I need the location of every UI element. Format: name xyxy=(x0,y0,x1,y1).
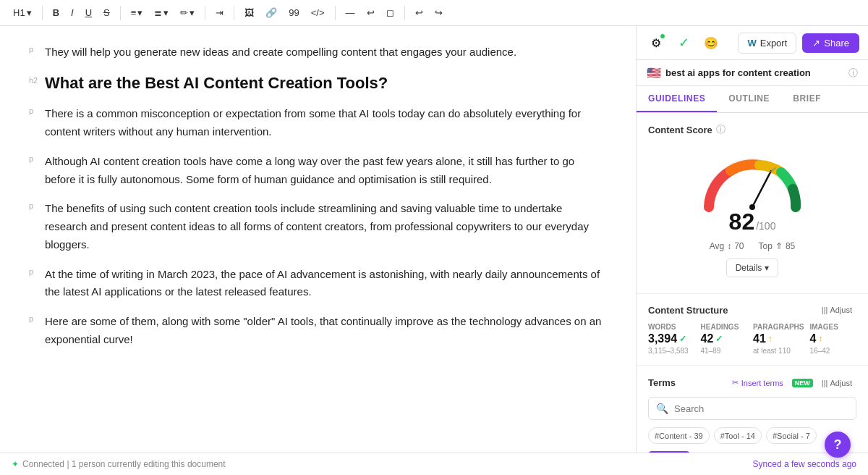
headings-label: HEADINGS xyxy=(701,323,748,331)
bars-icon2: ||| xyxy=(822,379,828,387)
words-label: WORDS xyxy=(648,323,695,331)
gauge-stats: Avg ↕ 70 Top ⇑ 85 xyxy=(710,241,796,251)
terms-adjust-label: Adjust xyxy=(830,379,852,387)
code-button[interactable]: </> xyxy=(307,4,329,21)
align-icon: ≡ xyxy=(131,7,137,18)
tag-pill-social[interactable]: #Social - 7 xyxy=(766,427,817,444)
status-bar: ✦ Connected | 1 person currently editing… xyxy=(0,453,868,475)
help-button[interactable]: ? xyxy=(825,432,851,458)
sidebar-tabs: GUIDELINES OUTLINE BRIEF xyxy=(637,86,868,113)
structure-grid: WORDS 3,394 ✓ 3,115–3,583 HEADINGS 42 ✓ xyxy=(648,323,856,355)
toolbar-sep-3 xyxy=(205,6,205,20)
tag-pill-content[interactable]: #Content - 39 xyxy=(648,427,710,444)
words-item: WORDS 3,394 ✓ 3,115–3,583 xyxy=(648,323,695,355)
sidebar: ⚙ ✓ 😊 W Export ↗ Share xyxy=(637,26,868,453)
content-score-section: Content Score ⓘ xyxy=(637,113,868,294)
main-area: p They will help you generate new ideas … xyxy=(0,26,868,453)
emoji-button[interactable]: 😊 xyxy=(700,32,722,54)
heading-label: H1 xyxy=(13,7,25,18)
terms-title: Terms xyxy=(648,377,676,388)
heading-1: h2 What are the Best AI Content Creation… xyxy=(29,73,607,94)
images-value: 4 ↑ xyxy=(809,332,856,345)
settings-button[interactable]: ⚙ xyxy=(645,32,667,54)
italic-button[interactable]: I xyxy=(67,4,78,21)
content-score-title: Content Score xyxy=(648,125,712,135)
bold-button[interactable]: B xyxy=(48,4,64,21)
keyword-text: best ai apps for content creation xyxy=(665,67,844,78)
quote-icon: 99 xyxy=(289,7,299,18)
paragraphs-up: ↑ xyxy=(768,334,773,344)
top-stat: Top ⇑ 85 xyxy=(759,241,796,251)
tag-text-tool: #Tool - 14 xyxy=(720,432,755,440)
redo-button[interactable]: ↪ xyxy=(430,4,447,21)
highlight-icon: ✏ xyxy=(180,7,188,18)
share-label: Share xyxy=(824,38,849,49)
para-label-2: p xyxy=(29,105,39,115)
tab-brief[interactable]: BRIEF xyxy=(781,86,833,112)
search-input[interactable] xyxy=(674,403,848,414)
terms-adjust-button[interactable]: ||| Adjust xyxy=(817,377,856,389)
images-up: ↑ xyxy=(818,334,822,344)
sidebar-topbar: ⚙ ✓ 😊 W Export ↗ Share xyxy=(637,26,868,60)
para-text-4: The benefits of using such content creat… xyxy=(45,200,607,253)
chevron-down-icon5: ▾ xyxy=(765,263,769,273)
redo-icon: ↪ xyxy=(435,7,443,18)
para-label-5: p xyxy=(29,266,39,276)
share-button[interactable]: ↗ Share xyxy=(802,33,859,53)
content-score-info[interactable]: ⓘ xyxy=(716,123,726,136)
structure-adjust-button[interactable]: ||| Adjust xyxy=(817,304,856,316)
export-label: Export xyxy=(760,38,788,49)
words-value: 3,394 ✓ xyxy=(648,332,695,345)
top-arrow: ⇑ xyxy=(775,241,783,251)
image-button[interactable]: 🖼 xyxy=(240,4,258,21)
tab-outline[interactable]: OUTLINE xyxy=(717,86,781,112)
editor-pane[interactable]: p They will help you generate new ideas … xyxy=(0,26,637,453)
quote-button[interactable]: 99 xyxy=(284,4,303,21)
search-icon: 🔍 xyxy=(656,403,668,414)
paragraphs-item: PARAGRAPHS 41 ↑ at least 110 xyxy=(753,323,804,355)
status-connected: ✦ Connected | 1 person currently editing… xyxy=(12,459,226,469)
export-button[interactable]: W Export xyxy=(738,33,796,54)
check-button[interactable]: ✓ xyxy=(673,32,694,54)
underline-button[interactable]: U xyxy=(81,4,96,21)
align-button[interactable]: ≡ ▾ xyxy=(127,4,148,21)
chevron-down-icon: ▾ xyxy=(27,7,32,18)
paragraphs-label: PARAGRAPHS xyxy=(753,323,804,331)
paragraph-2: p There is a common misconception or exp… xyxy=(29,105,607,141)
strikethrough-button[interactable]: S xyxy=(99,4,114,21)
para-label-4: p xyxy=(29,200,39,210)
list-button[interactable]: ≣ ▾ xyxy=(150,4,173,21)
list-icon: ≣ xyxy=(154,7,162,18)
highlight-button[interactable]: ✏ ▾ xyxy=(176,4,199,21)
heading-label-el: h2 xyxy=(29,73,39,85)
paragraph-1: p They will help you generate new ideas … xyxy=(29,43,607,62)
keyword-bar: 🇺🇸 best ai apps for content creation ⓘ xyxy=(637,60,868,86)
top-value: 85 xyxy=(786,241,795,251)
paragraph-3: p Although AI content creation tools hav… xyxy=(29,153,607,189)
insert-terms-button[interactable]: ✂ Insert terms xyxy=(728,376,788,390)
content-structure-section: Content Structure ||| Adjust WORDS 3,394… xyxy=(637,294,868,366)
indent-button[interactable]: ⇥ xyxy=(211,4,228,21)
heading-selector[interactable]: H1 ▾ xyxy=(9,4,36,21)
sidebar-content: Content Score ⓘ xyxy=(637,113,868,453)
details-button[interactable]: Details ▾ xyxy=(726,258,779,277)
loop-button[interactable]: ↩ xyxy=(362,4,379,21)
tag-pill-tool[interactable]: #Tool - 14 xyxy=(714,427,762,444)
connected-text: Connected | 1 person currently editing t… xyxy=(22,459,226,469)
images-range: 16–42 xyxy=(809,347,856,355)
tab-guidelines[interactable]: GUIDELINES xyxy=(637,86,717,112)
flag-icon: 🇺🇸 xyxy=(647,66,661,80)
undo-icon: ↩ xyxy=(415,7,423,18)
score-denom: /100 xyxy=(756,220,775,232)
images-item: IMAGES 4 ↑ 16–42 xyxy=(809,323,856,355)
new-badge: NEW xyxy=(792,379,813,387)
hr-button[interactable]: — xyxy=(341,4,359,21)
image-icon: 🖼 xyxy=(244,7,254,18)
erase-button[interactable]: ◻ xyxy=(382,4,399,21)
undo-button[interactable]: ↩ xyxy=(411,4,427,21)
para-label-1: p xyxy=(29,43,39,54)
link-button[interactable]: 🔗 xyxy=(261,4,281,21)
link-icon: 🔗 xyxy=(265,7,277,18)
info-icon[interactable]: ⓘ xyxy=(848,67,858,80)
content-score-header: Content Score ⓘ xyxy=(648,123,856,136)
